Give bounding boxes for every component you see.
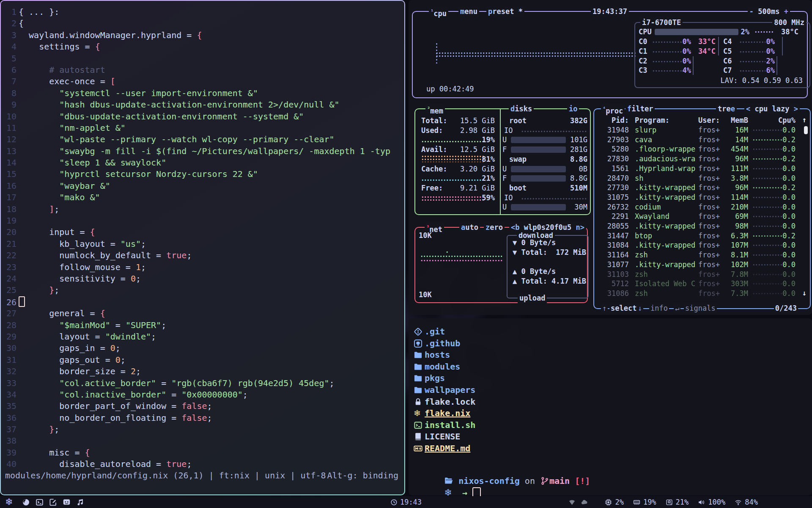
- editor-line[interactable]: 12 "wl-paste --primary --watch wl-copy -…: [1, 134, 404, 145]
- editor-line[interactable]: 18 ];: [1, 204, 404, 215]
- editor-line[interactable]: 9 "hash dbus-update-activation-environme…: [1, 99, 404, 110]
- process-row[interactable]: 5280.floorp-wrappefros+454M0.0: [594, 144, 810, 154]
- shell-input-line[interactable]: ❄ →: [414, 475, 481, 487]
- col-program[interactable]: Program:: [635, 116, 698, 125]
- process-row[interactable]: 31164zshfros+8.1M0.0: [594, 250, 810, 260]
- editor-line[interactable]: 2{: [1, 18, 404, 29]
- editor-line[interactable]: 39 misc = {: [1, 447, 404, 458]
- editor-line[interactable]: 40 disable_autoreload = true;: [1, 458, 404, 470]
- editor-line[interactable]: 3 wayland.windowManager.hyprland = {: [1, 30, 404, 41]
- net-auto-button[interactable]: auto: [459, 222, 480, 232]
- cloud-icon[interactable]: [581, 499, 588, 506]
- firefox-icon[interactable]: [22, 498, 30, 506]
- select-down-key[interactable]: ↓: [636, 303, 643, 313]
- proc-table-header[interactable]: Pid: Program: User: MemB Cpu%: [594, 116, 810, 125]
- editor-line[interactable]: 24 sensitivity = 0;: [1, 273, 404, 284]
- process-row[interactable]: 31075.kitty-wrappedfros+114M0.0: [594, 193, 810, 202]
- col-memb[interactable]: MemB: [721, 116, 748, 125]
- process-row[interactable]: 1561.Hyprland-wrapfros+111M0.0: [594, 164, 810, 174]
- editor-line[interactable]: 11 "nm-applet &": [1, 122, 404, 134]
- process-row[interactable]: 27730.kitty-wrappedfros+96M0.2: [594, 183, 810, 193]
- disks-title[interactable]: disks: [509, 104, 534, 114]
- signals-button[interactable]: signals: [684, 303, 717, 313]
- terminal-window[interactable]: .git.githubhostsmodulespkgswallpapersfla…: [409, 318, 812, 495]
- editor-line[interactable]: 7 exec-once = [: [1, 76, 404, 87]
- editor-line[interactable]: 10 "dbus-update-activation-environment -…: [1, 111, 404, 122]
- update-interval-control[interactable]: - 500ms +: [748, 6, 790, 17]
- editor-line[interactable]: 16 "waybar &": [1, 180, 404, 192]
- editor-line[interactable]: 34 "col.inactive_border" = "0x00000000";: [1, 389, 404, 400]
- process-row[interactable]: 31948slurpfros+16M0.0: [594, 125, 810, 135]
- nixos-launcher-icon[interactable]: ❄: [5, 496, 13, 508]
- editor-line[interactable]: 8 "systemctl --user import-environment &…: [1, 88, 404, 99]
- discord-icon[interactable]: [63, 498, 71, 506]
- editor-buffer[interactable]: 1{ ... }:2{3 wayland.windowManager.hyprl…: [1, 6, 404, 470]
- col-pid[interactable]: Pid:: [598, 116, 629, 125]
- editor-line[interactable]: 35 border_part_of_window = false;: [1, 400, 404, 412]
- menu-button[interactable]: menu: [458, 6, 479, 17]
- editor-line[interactable]: 15 "hyprctl setcursor Nordzy-cursors 22 …: [1, 168, 404, 180]
- process-row[interactable]: 28055.kitty-wrappedfros+98M0.0: [594, 221, 810, 231]
- process-row[interactable]: 31103zshfros+7.8M0.0: [594, 270, 810, 279]
- editor-line[interactable]: 22 numlock_by_default = true;: [1, 250, 404, 261]
- preset-button[interactable]: preset *: [486, 6, 524, 17]
- process-row[interactable]: 31447btopfros+6.3M0.2: [594, 231, 810, 241]
- process-row[interactable]: 5712Isolated Web Cfros+303M0.0: [594, 279, 810, 289]
- editor-line[interactable]: 19: [1, 215, 404, 226]
- editor-line[interactable]: 25 };: [1, 284, 404, 296]
- editor-line[interactable]: 20 input = {: [1, 226, 404, 238]
- editor-line[interactable]: 6 # autostart: [1, 64, 404, 76]
- select-button[interactable]: select: [609, 303, 638, 313]
- proc-tree-button[interactable]: tree: [716, 104, 737, 114]
- waybar-module[interactable]: 21%: [666, 498, 689, 506]
- editor-line[interactable]: 5: [1, 53, 404, 64]
- select-up-key[interactable]: ↑: [601, 303, 608, 313]
- waybar-module[interactable]: 84%: [735, 498, 758, 506]
- process-row[interactable]: 27830.audacious-wrafros+96M0.2: [594, 154, 810, 164]
- editor-line[interactable]: 29 layout = "dwindle";: [1, 331, 404, 342]
- process-row[interactable]: 31084.kitty-wrappedfros+107M0.0: [594, 240, 810, 250]
- waybar-clock[interactable]: 19:43: [390, 496, 422, 508]
- editor-line[interactable]: 23 follow_mouse = 1;: [1, 262, 404, 273]
- editor-line[interactable]: 36 no_border_on_floating = false;: [1, 412, 404, 424]
- waybar-module[interactable]: 2%: [605, 498, 623, 506]
- editor-line[interactable]: 31 gaps_out = 0;: [1, 354, 404, 366]
- process-row[interactable]: 31077.kitty-wrappedfros+102M0.0: [594, 260, 810, 270]
- terminal-icon[interactable]: [36, 498, 44, 506]
- proc-filter-button[interactable]: filter: [625, 104, 655, 114]
- editor-line[interactable]: 26: [1, 296, 404, 308]
- proc-sort-selector[interactable]: < cpu lazy >: [744, 104, 800, 114]
- process-row[interactable]: 26732codiumfros+210M0.0: [594, 202, 810, 212]
- scroll-down-indicator[interactable]: ↓: [802, 289, 807, 297]
- editor-line[interactable]: 1{ ... }:: [1, 6, 404, 18]
- info-button[interactable]: info: [649, 303, 669, 313]
- editor-line[interactable]: 27 general = {: [1, 308, 404, 319]
- waybar-module[interactable]: 100%: [698, 498, 725, 506]
- music-icon[interactable]: [76, 498, 84, 506]
- net-interface-switcher[interactable]: <b wlp0s20f0u5 n>: [509, 222, 586, 232]
- waybar-module[interactable]: 19%: [633, 498, 656, 506]
- editor-line[interactable]: 14 "sleep 1 && swaylock": [1, 157, 404, 168]
- editor-line[interactable]: 32 border_size = 2;: [1, 366, 404, 377]
- process-row[interactable]: 28470shfros+3.8M0.0: [594, 174, 810, 183]
- net-zero-button[interactable]: zero: [484, 222, 505, 232]
- editor-line[interactable]: 17 "mako &": [1, 192, 404, 203]
- editor-line[interactable]: 13 "swaybg -m fill -i $(find ~/Pictures/…: [1, 146, 404, 157]
- scroll-up-indicator[interactable]: ↑: [802, 116, 807, 124]
- process-row[interactable]: 31086zshfros+7.3M0.0: [594, 289, 810, 298]
- col-cpu[interactable]: Cpu%: [775, 116, 796, 125]
- editor-line[interactable]: 30 gaps_in = 0;: [1, 342, 404, 354]
- note-icon[interactable]: [49, 498, 57, 506]
- editor-line[interactable]: 38: [1, 435, 404, 447]
- disks-io-toggle[interactable]: io: [567, 104, 579, 114]
- process-row[interactable]: 27903cavafros+14M0.2: [594, 135, 810, 145]
- wifi-tri-icon[interactable]: [568, 499, 576, 506]
- editor-line[interactable]: 21 kb_layout = "us";: [1, 238, 404, 250]
- info-enter-key[interactable]: ↵: [674, 303, 680, 313]
- editor-line[interactable]: 28 "$mainMod" = "SUPER";: [1, 320, 404, 331]
- editor-line[interactable]: 4 settings = {: [1, 41, 404, 52]
- col-user[interactable]: User:: [698, 116, 724, 125]
- process-row[interactable]: 2291Xwaylandfros+69M0.0: [594, 212, 810, 221]
- editor-line[interactable]: 37 };: [1, 424, 404, 435]
- editor-surface[interactable]: 1{ ... }:2{3 wayland.windowManager.hyprl…: [1, 1, 404, 494]
